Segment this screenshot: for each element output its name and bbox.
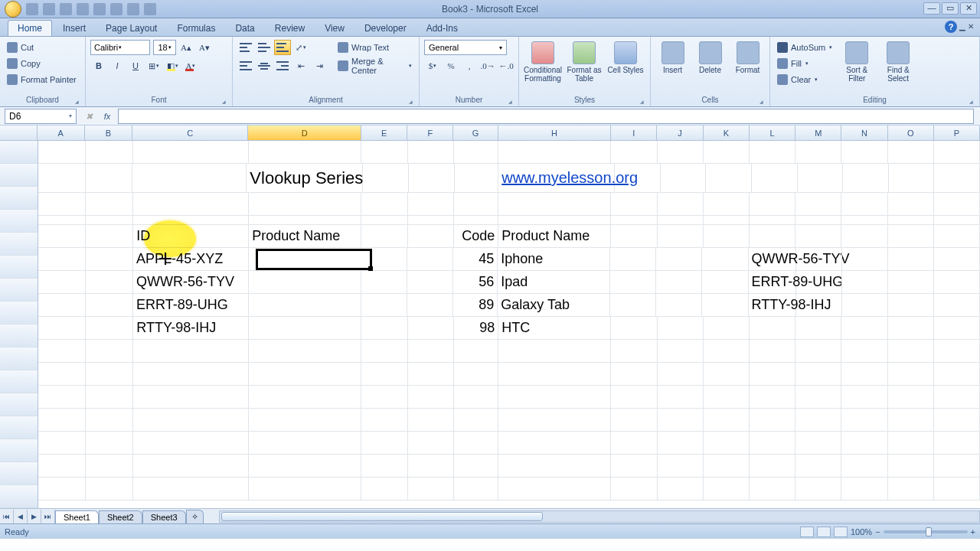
cell[interactable]: [454, 216, 498, 224]
cell[interactable]: [86, 141, 133, 163]
cell[interactable]: [704, 363, 750, 385]
format-cells-button[interactable]: Format: [730, 40, 765, 74]
cell[interactable]: [133, 216, 249, 224]
select-all-corner[interactable]: [0, 126, 38, 140]
cell[interactable]: [38, 340, 86, 362]
cell[interactable]: [86, 478, 133, 500]
cell[interactable]: [843, 164, 889, 192]
cell[interactable]: [934, 478, 980, 500]
cell[interactable]: [611, 340, 657, 362]
col-header[interactable]: A: [38, 126, 85, 140]
cell[interactable]: [611, 363, 657, 385]
cell[interactable]: [795, 317, 841, 339]
cell[interactable]: [363, 164, 409, 192]
maximize-button[interactable]: ▭: [942, 2, 959, 15]
zoom-slider[interactable]: [884, 530, 968, 533]
row-header[interactable]: [0, 347, 38, 370]
cell[interactable]: [841, 478, 887, 500]
cell[interactable]: [841, 409, 887, 431]
cell[interactable]: [656, 248, 702, 270]
cell[interactable]: [658, 216, 704, 224]
cell[interactable]: [888, 193, 934, 215]
col-header[interactable]: O: [888, 126, 934, 140]
cell[interactable]: [704, 216, 750, 224]
cell[interactable]: [249, 455, 361, 477]
bold-button[interactable]: B: [90, 58, 107, 73]
cell[interactable]: [934, 225, 980, 247]
cell[interactable]: [934, 455, 980, 477]
col-header[interactable]: N: [841, 126, 887, 140]
tab-data[interactable]: Data: [226, 21, 263, 36]
cell[interactable]: [841, 363, 887, 385]
row-header[interactable]: [0, 187, 38, 210]
cell[interactable]: [798, 164, 844, 192]
cell[interactable]: [454, 141, 498, 163]
orientation-button[interactable]: ⤢: [292, 40, 309, 55]
cell[interactable]: [888, 432, 934, 454]
cell[interactable]: RTTY-98-IHJ: [133, 317, 249, 339]
cut-button[interactable]: Cut: [5, 40, 79, 55]
borders-button[interactable]: ⊞: [145, 58, 162, 73]
tab-page-layout[interactable]: Page Layout: [96, 21, 166, 36]
align-center-button[interactable]: [256, 58, 273, 73]
row-header[interactable]: [0, 164, 38, 187]
cell[interactable]: [408, 409, 454, 431]
col-header[interactable]: E: [361, 126, 407, 140]
cell[interactable]: [795, 216, 841, 224]
cell[interactable]: [408, 216, 454, 224]
cell[interactable]: [658, 363, 704, 385]
scroll-thumb[interactable]: [221, 512, 543, 521]
cell[interactable]: [249, 478, 361, 500]
cell[interactable]: [133, 340, 249, 362]
cell[interactable]: [750, 193, 795, 215]
row-header[interactable]: [0, 233, 38, 256]
cell[interactable]: [934, 294, 980, 316]
cell[interactable]: [86, 363, 133, 385]
cell[interactable]: [795, 340, 841, 362]
cell[interactable]: [38, 141, 86, 163]
sheet-nav-next[interactable]: ▶: [28, 510, 41, 523]
cell[interactable]: [38, 386, 86, 408]
cell[interactable]: [750, 409, 795, 431]
tab-addins[interactable]: Add-Ins: [417, 21, 467, 36]
cell[interactable]: [249, 294, 361, 316]
font-name-combo[interactable]: Calibri: [90, 40, 150, 55]
formula-bar[interactable]: [118, 109, 974, 124]
cell[interactable]: [658, 317, 704, 339]
cell[interactable]: [795, 386, 841, 408]
cell[interactable]: [454, 478, 498, 500]
cell[interactable]: [750, 386, 795, 408]
cell[interactable]: [934, 248, 980, 270]
col-header[interactable]: B: [85, 126, 132, 140]
cell[interactable]: [750, 216, 795, 224]
cell[interactable]: [38, 193, 86, 215]
cell[interactable]: [611, 216, 657, 224]
number-format-combo[interactable]: General▾: [424, 40, 507, 55]
cell[interactable]: [841, 386, 887, 408]
cell[interactable]: [611, 386, 657, 408]
cell[interactable]: [611, 141, 657, 163]
accounting-format-button[interactable]: $: [424, 58, 441, 73]
cell[interactable]: [249, 386, 361, 408]
cell[interactable]: [888, 141, 934, 163]
cell[interactable]: [455, 164, 499, 192]
sheet-tab[interactable]: Sheet2: [99, 510, 142, 523]
underline-button[interactable]: U: [127, 58, 144, 73]
cell[interactable]: [454, 363, 498, 385]
cell[interactable]: [934, 409, 980, 431]
cell[interactable]: [454, 432, 498, 454]
cell[interactable]: [841, 193, 887, 215]
cell[interactable]: [454, 386, 498, 408]
worksheet-grid[interactable]: A B C D E F G H I J K L M N O P: [0, 126, 980, 508]
row-header[interactable]: [0, 462, 38, 485]
cell[interactable]: [408, 386, 454, 408]
cell[interactable]: [611, 409, 657, 431]
cell[interactable]: [361, 478, 407, 500]
cell[interactable]: [86, 216, 133, 224]
cell[interactable]: [702, 271, 748, 293]
sheet-tab[interactable]: Sheet3: [142, 510, 186, 523]
minimize-button[interactable]: —: [923, 2, 940, 15]
cell[interactable]: [750, 478, 795, 500]
cell[interactable]: Code: [454, 225, 498, 247]
tab-insert[interactable]: Insert: [54, 21, 95, 36]
